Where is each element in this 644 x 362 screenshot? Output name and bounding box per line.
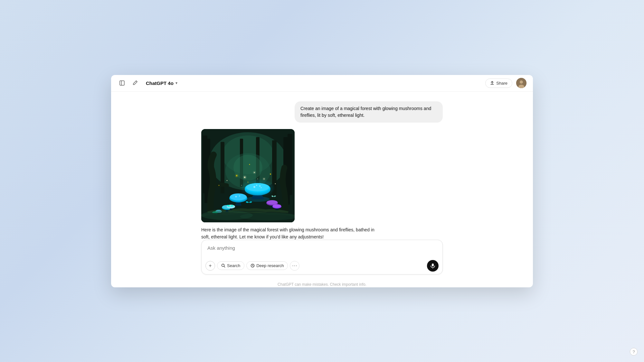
search-icon	[221, 264, 225, 268]
svg-point-51	[263, 178, 265, 180]
svg-point-59	[248, 181, 249, 182]
ellipsis-icon: ···	[292, 263, 297, 268]
search-button[interactable]: Search	[217, 261, 244, 270]
svg-point-45	[243, 176, 246, 179]
ai-response-text: Here is the image of the magical forest …	[201, 226, 382, 240]
header-left: ChatGPT 4o ▾	[118, 79, 180, 88]
svg-point-32	[230, 193, 247, 200]
user-message: Create an image of a magical forest with…	[295, 101, 443, 123]
footer-disclaimer: ChatGPT can make mistakes. Check importa…	[111, 281, 533, 287]
ai-response-content: Here is the image of the magical forest …	[201, 227, 374, 239]
deep-research-icon	[251, 264, 255, 268]
user-message-text: Create an image of a magical forest with…	[300, 106, 431, 118]
svg-point-47	[253, 171, 256, 174]
forest-scene-svg	[201, 129, 295, 222]
sidebar-toggle-button[interactable]	[118, 79, 127, 88]
share-label: Share	[496, 81, 507, 86]
plus-icon: +	[209, 263, 212, 269]
share-button[interactable]: Share	[485, 79, 512, 88]
model-selector[interactable]: ChatGPT 4o ▾	[143, 79, 180, 87]
input-box: + Search Deep research	[201, 240, 443, 274]
deep-research-button[interactable]: Deep research	[246, 261, 288, 270]
svg-point-54	[270, 173, 271, 175]
voice-input-button[interactable]	[427, 260, 439, 272]
deep-research-label: Deep research	[256, 263, 284, 268]
input-area: + Search Deep research	[111, 240, 533, 281]
more-options-button[interactable]: ···	[290, 261, 299, 271]
svg-line-67	[224, 266, 225, 268]
svg-point-55	[275, 183, 276, 184]
svg-point-57	[241, 185, 242, 186]
share-icon	[490, 81, 494, 85]
microphone-icon	[430, 263, 435, 268]
svg-point-29	[242, 180, 274, 196]
model-name-label: ChatGPT 4o	[146, 80, 174, 86]
header-right: Share	[485, 78, 526, 88]
svg-point-3	[520, 80, 523, 84]
generated-image	[201, 129, 295, 222]
chat-input[interactable]	[202, 240, 442, 256]
svg-point-34	[239, 195, 240, 197]
chevron-down-icon: ▾	[175, 81, 177, 85]
header: ChatGPT 4o ▾ Share	[111, 75, 533, 92]
app-window: ChatGPT 4o ▾ Share	[111, 75, 533, 287]
search-label: Search	[227, 263, 240, 268]
disclaimer-text: ChatGPT can make mistakes. Check importa…	[278, 282, 366, 287]
chat-area: Create an image of a magical forest with…	[111, 92, 533, 240]
input-toolbar: + Search Deep research	[202, 257, 442, 274]
svg-rect-9	[203, 135, 207, 193]
svg-point-53	[227, 180, 228, 181]
new-chat-button[interactable]	[130, 79, 139, 88]
svg-point-42	[273, 204, 281, 208]
avatar[interactable]	[516, 78, 526, 88]
add-attachment-button[interactable]: +	[205, 261, 215, 271]
svg-point-49	[235, 174, 238, 177]
svg-point-56	[219, 185, 220, 186]
svg-point-66	[222, 264, 224, 267]
svg-point-33	[235, 196, 237, 197]
avatar-image	[516, 78, 526, 88]
ai-response: Here is the image of the magical forest …	[201, 129, 443, 240]
svg-point-40	[267, 200, 278, 205]
svg-point-52	[249, 164, 250, 165]
help-button[interactable]: ?	[630, 348, 638, 356]
svg-rect-0	[120, 81, 124, 85]
svg-rect-11	[288, 134, 292, 195]
svg-point-58	[257, 179, 258, 179]
svg-rect-69	[432, 264, 434, 266]
